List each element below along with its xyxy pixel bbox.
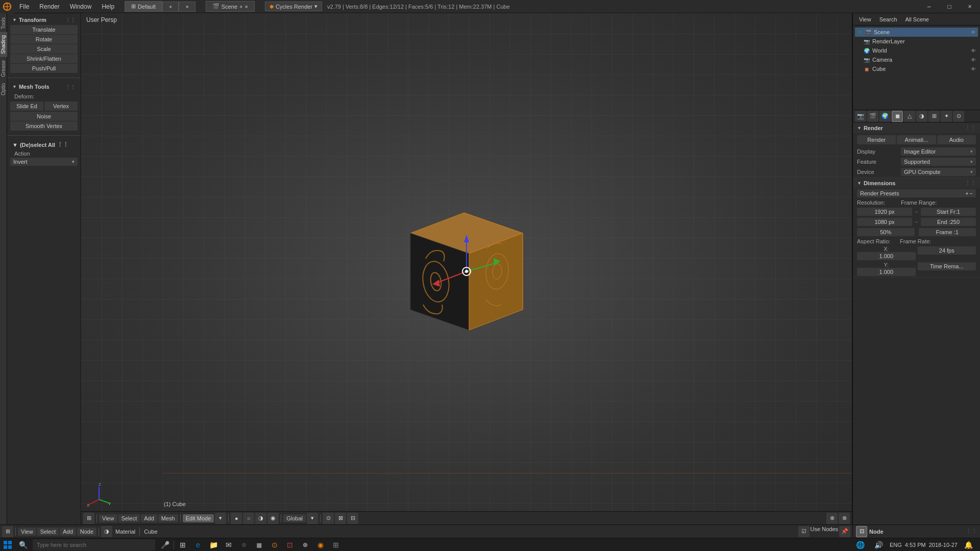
ne-pin[interactable]: 📌 <box>839 526 850 537</box>
taskbar-edge-icon[interactable]: e <box>190 538 206 552</box>
add-workspace-btn[interactable]: + <box>162 2 179 12</box>
taskbar-mic-icon[interactable]: 🎤 <box>157 538 173 552</box>
taskbar-app4[interactable]: ⊞ <box>328 538 344 552</box>
vp-transform-global[interactable]: Global <box>283 514 306 522</box>
aspect-y-field[interactable]: 1.000 <box>857 268 916 276</box>
ne-use-nodes-check[interactable]: ☑ <box>798 526 810 537</box>
viewport[interactable]: User Persp <box>81 13 852 524</box>
time-rema-field[interactable]: Time Rema... <box>918 262 976 270</box>
taskbar-explorer-icon[interactable]: 📁 <box>206 538 221 552</box>
vp-shading-render[interactable]: ◉ <box>267 513 279 524</box>
taskbar-blender-icon[interactable]: ◉ <box>313 538 328 552</box>
camera-eye-icon[interactable]: 👁 <box>971 57 976 63</box>
btn-noise[interactable]: Noise <box>10 112 78 121</box>
prop-scene-icon[interactable]: 🎬 <box>867 111 878 122</box>
ne-add[interactable]: Add <box>60 528 76 536</box>
tray-network-icon[interactable]: 🌐 <box>853 538 868 552</box>
maximize-btn[interactable]: □ <box>939 0 960 13</box>
tray-notification-icon[interactable]: 🔔 <box>961 538 976 552</box>
taskbar-windows-btn[interactable] <box>0 538 15 552</box>
vp-sculpt-more[interactable]: ⊕ <box>826 513 838 524</box>
vp-mesh[interactable]: Mesh <box>158 514 178 522</box>
vtab-grease[interactable]: Grease <box>0 57 7 80</box>
outliner-item-scene[interactable]: ▼ 🎬 Scene 👁 <box>855 28 978 37</box>
close-btn[interactable]: × <box>960 0 980 13</box>
menu-window[interactable]: Window <box>65 1 97 12</box>
aspect-x-field[interactable]: 1.000 <box>857 252 916 260</box>
prop-object-icon[interactable]: ◼ <box>892 111 903 122</box>
btn-push-pull[interactable]: Push/Pull <box>10 64 78 73</box>
tray-sound-icon[interactable]: 🔊 <box>871 538 887 552</box>
res-percent-field[interactable]: 50% <box>857 228 915 236</box>
taskbar-epic-icon2[interactable]: ⊕ <box>298 538 313 552</box>
viewport-canvas[interactable]: Z X Y (1) Cube <box>81 13 852 524</box>
end-frame-field[interactable]: End :250 <box>921 218 976 226</box>
dimensions-header[interactable]: ▼ Dimensions ⋮⋮ <box>853 178 980 188</box>
deselect-header[interactable]: ▼ (De)select All ⋮⋮ <box>10 140 78 149</box>
vtab-shading[interactable]: Shading <box>0 32 7 57</box>
render-section-header[interactable]: ▼ Render ⋮⋮ <box>853 122 980 133</box>
prop-physics-icon[interactable]: ⊙ <box>953 111 964 122</box>
world-eye-icon[interactable]: 👁 <box>971 48 976 54</box>
res-y-field[interactable]: 1080 px <box>857 218 912 226</box>
vp-add[interactable]: Add <box>141 514 157 522</box>
prop-texture-icon[interactable]: ⊞ <box>928 111 940 122</box>
blender-logo[interactable] <box>0 0 14 13</box>
mesh-tools-header[interactable]: ▼ Mesh Tools ⋮⋮ <box>10 82 78 91</box>
menu-render[interactable]: Render <box>34 1 64 12</box>
prop-world-icon[interactable]: 🌍 <box>879 111 891 122</box>
outliner-item-camera[interactable]: 📷 Camera 👁 <box>861 55 978 64</box>
start-frame-field[interactable]: Start Fr:1 <box>921 208 976 216</box>
vtab-optio[interactable]: Optio <box>0 80 7 98</box>
btn-smooth-vertex[interactable]: Smooth Vertex <box>10 121 78 131</box>
btn-translate[interactable]: Translate <box>10 25 78 34</box>
vp-shading-wire[interactable]: ○ <box>243 513 254 524</box>
cube-eye-icon[interactable]: 👁 <box>971 66 976 72</box>
outliner-all-scene[interactable]: All Scene <box>902 15 932 23</box>
prop-particles-icon[interactable]: ✦ <box>941 111 952 122</box>
menu-file[interactable]: File <box>14 1 34 12</box>
render-presets-dropdown[interactable]: Render Presets +− <box>857 189 976 197</box>
btn-vertex[interactable]: Vertex <box>44 102 78 111</box>
vp-select[interactable]: Select <box>118 514 140 522</box>
ne-node[interactable]: Node <box>77 528 96 536</box>
scene-eye-icon[interactable]: 👁 <box>971 30 976 35</box>
vp-editor-type[interactable]: ⊞ <box>83 513 94 524</box>
ne-view[interactable]: View <box>18 528 36 536</box>
vp-snap[interactable]: ⊠ <box>335 513 346 524</box>
workspace-tab-default[interactable]: ⊞ Default <box>125 1 162 12</box>
display-value[interactable]: Image Editor ▾ <box>901 147 976 156</box>
prop-material-icon[interactable]: ◑ <box>916 111 927 122</box>
ne-select[interactable]: Select <box>37 528 59 536</box>
feature-value[interactable]: Supported ▾ <box>901 158 976 166</box>
prop-render-icon[interactable]: 📷 <box>855 111 866 122</box>
taskbar-taskview-icon[interactable]: ⊞ <box>175 538 190 552</box>
outliner-item-renderlayer[interactable]: 📷 RenderLayer <box>861 37 978 46</box>
outliner-search[interactable]: Search <box>876 15 900 23</box>
menu-help[interactable]: Help <box>96 1 119 12</box>
taskbar-app1[interactable]: ◼ <box>252 538 267 552</box>
vp-shading-solid[interactable]: ● <box>231 513 242 524</box>
prop-mesh-icon[interactable]: △ <box>904 111 915 122</box>
btn-audio[interactable]: Audio <box>937 135 976 144</box>
minimize-btn[interactable]: – <box>919 0 939 13</box>
outliner-item-cube[interactable]: ◼ Cube 👁 <box>861 64 978 73</box>
taskbar-search-input[interactable] <box>33 539 155 550</box>
device-value[interactable]: GPU Compute ▾ <box>901 168 976 176</box>
ne-mat-icon[interactable]: ◑ <box>101 526 112 537</box>
taskbar-app2[interactable]: ⊙ <box>267 538 282 552</box>
taskbar-search-icon[interactable]: 🔍 <box>15 538 31 552</box>
vp-view[interactable]: View <box>99 514 117 522</box>
res-x-field[interactable]: 1920 px <box>857 208 912 216</box>
vp-overlay[interactable]: ⊗ <box>839 513 850 524</box>
scene-tab[interactable]: 🎬 Scene + × <box>206 1 255 12</box>
outliner-item-world[interactable]: 🌍 World 👁 <box>861 46 978 55</box>
engine-selector[interactable]: ◆ Cycles Render ▾ <box>265 2 322 11</box>
btn-render[interactable]: Render <box>857 135 896 144</box>
vp-proportional[interactable]: ⊙ <box>323 513 334 524</box>
close-workspace-btn[interactable]: × <box>179 2 195 12</box>
nrp-node-icon[interactable]: ⊡ <box>856 526 867 537</box>
fps-field[interactable]: 24 fps <box>918 246 976 255</box>
transform-header[interactable]: ▼ Transform ⋮⋮ <box>10 15 78 24</box>
btn-shrink-flatten[interactable]: Shrink/Flatten <box>10 54 78 63</box>
